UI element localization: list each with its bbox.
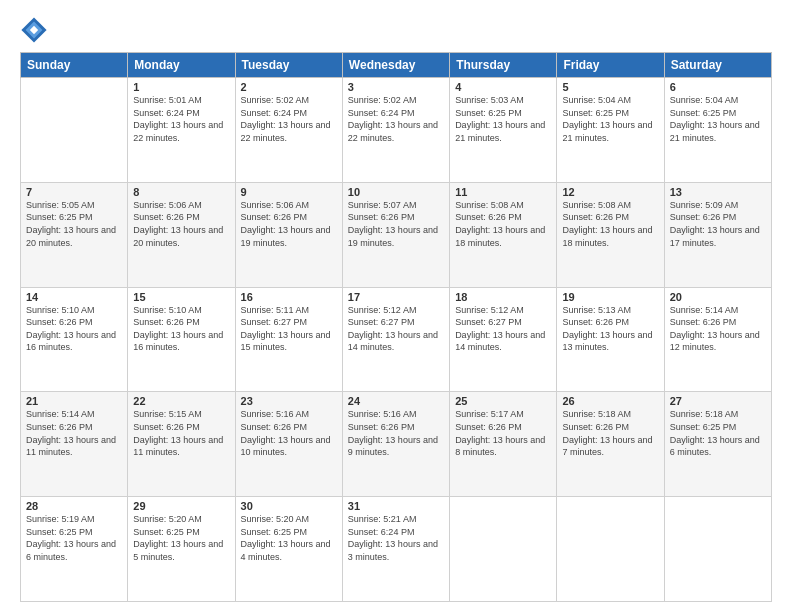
logo <box>20 16 50 44</box>
day-info: Sunrise: 5:02 AMSunset: 6:24 PMDaylight:… <box>241 94 337 144</box>
calendar-weekday-tuesday: Tuesday <box>235 53 342 78</box>
day-number: 23 <box>241 395 337 407</box>
day-info: Sunrise: 5:03 AMSunset: 6:25 PMDaylight:… <box>455 94 551 144</box>
day-info: Sunrise: 5:15 AMSunset: 6:26 PMDaylight:… <box>133 408 229 458</box>
calendar-cell: 16Sunrise: 5:11 AMSunset: 6:27 PMDayligh… <box>235 287 342 392</box>
calendar-weekday-sunday: Sunday <box>21 53 128 78</box>
day-number: 27 <box>670 395 766 407</box>
calendar-weekday-wednesday: Wednesday <box>342 53 449 78</box>
day-number: 4 <box>455 81 551 93</box>
day-number: 7 <box>26 186 122 198</box>
day-info: Sunrise: 5:07 AMSunset: 6:26 PMDaylight:… <box>348 199 444 249</box>
day-number: 26 <box>562 395 658 407</box>
day-number: 3 <box>348 81 444 93</box>
day-number: 24 <box>348 395 444 407</box>
calendar-cell: 11Sunrise: 5:08 AMSunset: 6:26 PMDayligh… <box>450 182 557 287</box>
day-info: Sunrise: 5:20 AMSunset: 6:25 PMDaylight:… <box>241 513 337 563</box>
calendar-cell: 31Sunrise: 5:21 AMSunset: 6:24 PMDayligh… <box>342 497 449 602</box>
header <box>20 16 772 44</box>
day-number: 22 <box>133 395 229 407</box>
day-info: Sunrise: 5:10 AMSunset: 6:26 PMDaylight:… <box>26 304 122 354</box>
calendar-cell: 7Sunrise: 5:05 AMSunset: 6:25 PMDaylight… <box>21 182 128 287</box>
day-info: Sunrise: 5:18 AMSunset: 6:26 PMDaylight:… <box>562 408 658 458</box>
day-info: Sunrise: 5:14 AMSunset: 6:26 PMDaylight:… <box>26 408 122 458</box>
day-number: 5 <box>562 81 658 93</box>
day-info: Sunrise: 5:19 AMSunset: 6:25 PMDaylight:… <box>26 513 122 563</box>
calendar-table: SundayMondayTuesdayWednesdayThursdayFrid… <box>20 52 772 602</box>
day-info: Sunrise: 5:16 AMSunset: 6:26 PMDaylight:… <box>348 408 444 458</box>
day-number: 8 <box>133 186 229 198</box>
day-info: Sunrise: 5:08 AMSunset: 6:26 PMDaylight:… <box>562 199 658 249</box>
calendar-cell: 14Sunrise: 5:10 AMSunset: 6:26 PMDayligh… <box>21 287 128 392</box>
day-info: Sunrise: 5:06 AMSunset: 6:26 PMDaylight:… <box>133 199 229 249</box>
day-info: Sunrise: 5:10 AMSunset: 6:26 PMDaylight:… <box>133 304 229 354</box>
calendar-cell: 23Sunrise: 5:16 AMSunset: 6:26 PMDayligh… <box>235 392 342 497</box>
calendar-cell: 8Sunrise: 5:06 AMSunset: 6:26 PMDaylight… <box>128 182 235 287</box>
day-number: 18 <box>455 291 551 303</box>
calendar-cell: 13Sunrise: 5:09 AMSunset: 6:26 PMDayligh… <box>664 182 771 287</box>
day-info: Sunrise: 5:01 AMSunset: 6:24 PMDaylight:… <box>133 94 229 144</box>
calendar-cell: 25Sunrise: 5:17 AMSunset: 6:26 PMDayligh… <box>450 392 557 497</box>
calendar-cell: 6Sunrise: 5:04 AMSunset: 6:25 PMDaylight… <box>664 78 771 183</box>
calendar-cell: 30Sunrise: 5:20 AMSunset: 6:25 PMDayligh… <box>235 497 342 602</box>
calendar-cell <box>557 497 664 602</box>
day-info: Sunrise: 5:18 AMSunset: 6:25 PMDaylight:… <box>670 408 766 458</box>
day-number: 9 <box>241 186 337 198</box>
calendar-cell: 18Sunrise: 5:12 AMSunset: 6:27 PMDayligh… <box>450 287 557 392</box>
day-number: 29 <box>133 500 229 512</box>
day-number: 17 <box>348 291 444 303</box>
day-info: Sunrise: 5:12 AMSunset: 6:27 PMDaylight:… <box>348 304 444 354</box>
day-info: Sunrise: 5:05 AMSunset: 6:25 PMDaylight:… <box>26 199 122 249</box>
calendar-cell: 20Sunrise: 5:14 AMSunset: 6:26 PMDayligh… <box>664 287 771 392</box>
day-number: 25 <box>455 395 551 407</box>
calendar-weekday-thursday: Thursday <box>450 53 557 78</box>
day-number: 14 <box>26 291 122 303</box>
day-number: 12 <box>562 186 658 198</box>
calendar-cell <box>450 497 557 602</box>
day-number: 19 <box>562 291 658 303</box>
day-number: 13 <box>670 186 766 198</box>
calendar-cell: 19Sunrise: 5:13 AMSunset: 6:26 PMDayligh… <box>557 287 664 392</box>
calendar-week-row: 14Sunrise: 5:10 AMSunset: 6:26 PMDayligh… <box>21 287 772 392</box>
day-info: Sunrise: 5:11 AMSunset: 6:27 PMDaylight:… <box>241 304 337 354</box>
calendar-cell: 9Sunrise: 5:06 AMSunset: 6:26 PMDaylight… <box>235 182 342 287</box>
day-info: Sunrise: 5:20 AMSunset: 6:25 PMDaylight:… <box>133 513 229 563</box>
calendar-weekday-friday: Friday <box>557 53 664 78</box>
day-number: 15 <box>133 291 229 303</box>
calendar-cell: 28Sunrise: 5:19 AMSunset: 6:25 PMDayligh… <box>21 497 128 602</box>
day-info: Sunrise: 5:12 AMSunset: 6:27 PMDaylight:… <box>455 304 551 354</box>
day-number: 31 <box>348 500 444 512</box>
calendar-cell <box>21 78 128 183</box>
day-info: Sunrise: 5:02 AMSunset: 6:24 PMDaylight:… <box>348 94 444 144</box>
day-number: 21 <box>26 395 122 407</box>
day-number: 1 <box>133 81 229 93</box>
calendar-cell: 27Sunrise: 5:18 AMSunset: 6:25 PMDayligh… <box>664 392 771 497</box>
calendar-cell: 22Sunrise: 5:15 AMSunset: 6:26 PMDayligh… <box>128 392 235 497</box>
day-info: Sunrise: 5:21 AMSunset: 6:24 PMDaylight:… <box>348 513 444 563</box>
day-info: Sunrise: 5:09 AMSunset: 6:26 PMDaylight:… <box>670 199 766 249</box>
calendar-cell: 17Sunrise: 5:12 AMSunset: 6:27 PMDayligh… <box>342 287 449 392</box>
day-info: Sunrise: 5:04 AMSunset: 6:25 PMDaylight:… <box>670 94 766 144</box>
day-info: Sunrise: 5:06 AMSunset: 6:26 PMDaylight:… <box>241 199 337 249</box>
calendar-weekday-saturday: Saturday <box>664 53 771 78</box>
calendar-cell: 10Sunrise: 5:07 AMSunset: 6:26 PMDayligh… <box>342 182 449 287</box>
day-number: 2 <box>241 81 337 93</box>
calendar-cell: 21Sunrise: 5:14 AMSunset: 6:26 PMDayligh… <box>21 392 128 497</box>
calendar-cell: 24Sunrise: 5:16 AMSunset: 6:26 PMDayligh… <box>342 392 449 497</box>
logo-icon <box>20 16 48 44</box>
calendar-cell: 29Sunrise: 5:20 AMSunset: 6:25 PMDayligh… <box>128 497 235 602</box>
day-info: Sunrise: 5:08 AMSunset: 6:26 PMDaylight:… <box>455 199 551 249</box>
page: SundayMondayTuesdayWednesdayThursdayFrid… <box>0 0 792 612</box>
day-number: 16 <box>241 291 337 303</box>
calendar-cell <box>664 497 771 602</box>
day-number: 28 <box>26 500 122 512</box>
calendar-week-row: 7Sunrise: 5:05 AMSunset: 6:25 PMDaylight… <box>21 182 772 287</box>
calendar-week-row: 21Sunrise: 5:14 AMSunset: 6:26 PMDayligh… <box>21 392 772 497</box>
calendar-cell: 3Sunrise: 5:02 AMSunset: 6:24 PMDaylight… <box>342 78 449 183</box>
day-info: Sunrise: 5:13 AMSunset: 6:26 PMDaylight:… <box>562 304 658 354</box>
day-number: 30 <box>241 500 337 512</box>
calendar-cell: 26Sunrise: 5:18 AMSunset: 6:26 PMDayligh… <box>557 392 664 497</box>
calendar-cell: 1Sunrise: 5:01 AMSunset: 6:24 PMDaylight… <box>128 78 235 183</box>
day-number: 20 <box>670 291 766 303</box>
day-info: Sunrise: 5:04 AMSunset: 6:25 PMDaylight:… <box>562 94 658 144</box>
